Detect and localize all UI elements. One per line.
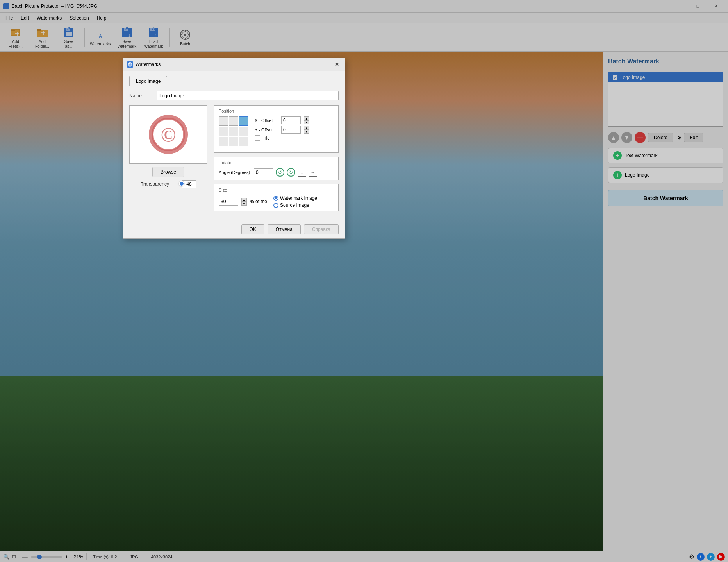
ok-button[interactable]: OK: [241, 224, 264, 234]
y-offset-down[interactable]: ▼: [304, 130, 309, 134]
position-grid: [219, 116, 248, 146]
angle-label: Angle (Degrees): [219, 170, 250, 175]
watermarks-dialog: © Watermarks ✕ Logo Image Name: [123, 58, 345, 239]
offset-section: X - Offset ▲ ▼ Y - Offset: [255, 116, 309, 141]
size-row: ▲ ▼ % of the Watermark Image: [219, 195, 334, 208]
dialog-overlay: © Watermarks ✕ Logo Image Name: [0, 0, 728, 562]
pos-cell-1[interactable]: [229, 116, 238, 126]
size-spinners: ▲ ▼: [241, 198, 247, 206]
angle-input[interactable]: [254, 168, 273, 176]
pos-cell-3[interactable]: [219, 127, 228, 136]
logo-preview: ©: [129, 105, 207, 164]
tile-checkbox[interactable]: [255, 135, 260, 141]
x-offset-label: X - Offset: [255, 118, 278, 123]
dialog-body: Logo Image Name ©: [123, 71, 345, 220]
flip-h-icon[interactable]: ↔: [309, 168, 317, 177]
logo-preview-section: © Browse Transparency: [129, 105, 207, 215]
x-offset-input[interactable]: [281, 116, 301, 124]
rotate-section: Rotate Angle (Degrees) ↺ ↻ ↕ ↔: [214, 157, 339, 180]
name-label: Name: [129, 93, 153, 98]
radio-group: Watermark Image Source Image: [273, 195, 317, 208]
dialog-close-button[interactable]: ✕: [333, 61, 341, 68]
dialog-title-text: Watermarks: [136, 62, 333, 67]
pos-cell-2[interactable]: [239, 116, 248, 126]
pos-cell-0[interactable]: [219, 116, 228, 126]
y-offset-input[interactable]: [281, 126, 301, 134]
rotate-ccw-icon[interactable]: ↺: [276, 168, 284, 177]
help-button[interactable]: Справка: [304, 224, 339, 234]
size-section: Size ▲ ▼ % of the Watermark: [214, 184, 339, 211]
x-offset-up[interactable]: ▲: [304, 116, 309, 120]
transparency-thumb: [179, 181, 184, 186]
transparency-label: Transparency: [141, 181, 176, 187]
transparency-row: Transparency: [141, 180, 196, 188]
position-title: Position: [219, 109, 334, 113]
tab-logo-image[interactable]: Logo Image: [129, 76, 167, 86]
svg-text:©: ©: [128, 62, 132, 67]
rotate-cw-icon[interactable]: ↻: [287, 168, 295, 177]
radio-row-1: Watermark Image: [273, 195, 317, 201]
x-offset-row: X - Offset ▲ ▼: [255, 116, 309, 124]
pos-cell-7[interactable]: [229, 137, 238, 146]
radio-source-image[interactable]: [273, 203, 278, 208]
radio-watermark-label: Watermark Image: [280, 195, 317, 201]
flip-v-icon[interactable]: ↕: [298, 168, 306, 177]
percent-label: % of the: [250, 199, 267, 204]
pos-cell-6[interactable]: [219, 137, 228, 146]
dialog-two-col: © Browse Transparency: [129, 105, 339, 215]
size-input[interactable]: [219, 198, 238, 206]
size-down[interactable]: ▼: [241, 202, 247, 206]
dialog-title-bar: © Watermarks ✕: [123, 58, 345, 71]
dialog-icon: ©: [127, 61, 133, 68]
radio-source-label: Source Image: [280, 202, 309, 208]
dialog-footer: OK Отмена Справка: [123, 220, 345, 238]
x-offset-down[interactable]: ▼: [304, 120, 309, 124]
x-offset-spinners: ▲ ▼: [304, 116, 309, 124]
radio-watermark-image[interactable]: [273, 196, 278, 201]
position-section: Position: [214, 105, 339, 153]
name-input[interactable]: [157, 91, 339, 100]
size-title: Size: [219, 188, 334, 192]
tile-row: Tile: [255, 135, 309, 141]
rotate-title: Rotate: [219, 160, 334, 165]
radio-row-2: Source Image: [273, 202, 317, 208]
size-up[interactable]: ▲: [241, 198, 247, 202]
rotate-row: Angle (Degrees) ↺ ↻ ↕ ↔: [219, 168, 334, 177]
name-row: Name: [129, 91, 339, 100]
y-offset-label: Y - Offset: [255, 127, 278, 132]
settings-panel: Position: [214, 105, 339, 215]
dialog-tabs: Logo Image: [129, 76, 339, 86]
y-offset-spinners: ▲ ▼: [304, 126, 309, 134]
browse-button[interactable]: Browse: [152, 167, 184, 177]
pos-cell-8[interactable]: [239, 137, 248, 146]
copyright-logo: ©: [149, 115, 188, 154]
y-offset-row: Y - Offset ▲ ▼: [255, 126, 309, 134]
copyright-symbol: ©: [161, 123, 176, 146]
y-offset-up[interactable]: ▲: [304, 126, 309, 130]
pos-cell-5[interactable]: [239, 127, 248, 136]
tile-label: Tile: [262, 135, 270, 141]
cancel-button[interactable]: Отмена: [268, 224, 301, 234]
pos-cell-4[interactable]: [229, 127, 238, 136]
